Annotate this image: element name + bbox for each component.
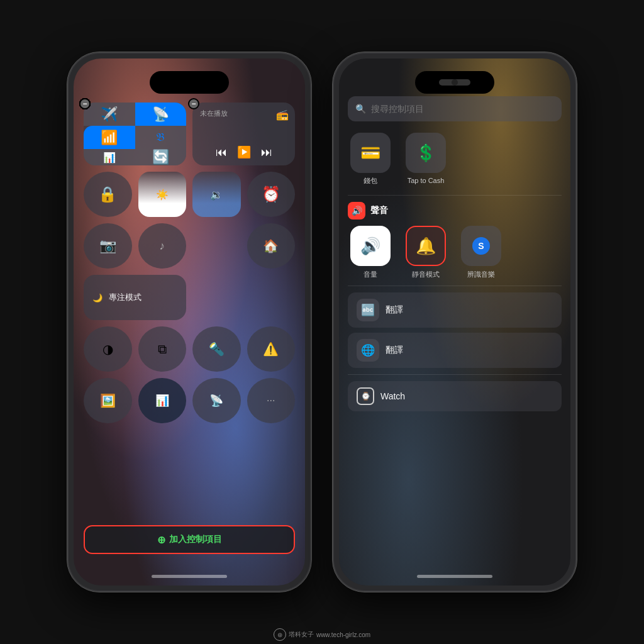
right-power-button[interactable]	[577, 178, 577, 222]
alarm[interactable]: − ⏰	[247, 172, 296, 217]
sound-section: 🔊 聲音 🔊 音量 🔔 靜音模式	[348, 202, 562, 279]
silent-label: 靜音模式	[412, 270, 440, 279]
divider-2	[348, 286, 562, 286]
right-screen: 🔍 💳 錢包 💲 Tap to Cash	[339, 58, 570, 586]
watermark-brand: 塔科女子	[289, 630, 314, 639]
scene: − ✈️ 📡 📶 𝔅 📊 🔄 − 📻 未在播放 ⏮ ▶️	[0, 0, 644, 644]
translate-label-1: 翻譯	[386, 304, 403, 316]
camera[interactable]: − 📷	[84, 223, 132, 269]
tap-cash-label: Tap to Cash	[408, 177, 445, 185]
wifi2-btn[interactable]: − 📡	[192, 378, 241, 423]
mirror-btn[interactable]: − ⧉	[138, 326, 187, 372]
next-track[interactable]: ⏭	[261, 146, 272, 159]
svg-text:S: S	[478, 241, 484, 251]
signal-btn[interactable]: − 📊	[138, 378, 187, 423]
wifi[interactable]: 📶	[84, 126, 135, 149]
watch-item[interactable]: ⌚ Watch	[348, 381, 562, 411]
right-notch	[415, 71, 494, 94]
left-phone: − ✈️ 📡 📶 𝔅 📊 🔄 − 📻 未在播放 ⏮ ▶️	[67, 52, 312, 592]
torch-btn[interactable]: − 🔦	[192, 326, 241, 372]
brightness[interactable]: − ☀️	[138, 172, 187, 217]
airdrop[interactable]: 📡	[135, 103, 187, 126]
wallet-label: 錢包	[364, 177, 377, 185]
volume-up-button[interactable]	[67, 165, 67, 194]
contrast-btn[interactable]: − ◑	[84, 326, 132, 372]
wallet-icon: 💳	[350, 133, 391, 173]
notch	[150, 71, 229, 94]
translate-icon-1: 🔤	[357, 299, 379, 321]
focus-block[interactable]: − 🌙 專注模式	[84, 275, 186, 320]
right-content: 🔍 💳 錢包 💲 Tap to Cash	[339, 96, 570, 411]
watermark-url: www.tech-girlz.com	[316, 631, 370, 638]
volume-item[interactable]: 🔊 音量	[348, 226, 393, 279]
dots-btn[interactable]: − ···	[247, 378, 296, 423]
volume-label: 音量	[364, 270, 377, 279]
divider-3	[348, 374, 562, 375]
bluetooth[interactable]: 𝔅	[135, 126, 187, 149]
right-phone: 🔍 💳 錢包 💲 Tap to Cash	[332, 52, 577, 592]
watch-icon: ⌚	[357, 387, 374, 405]
home-indicator-left	[152, 575, 227, 578]
focus-label: 專注模式	[109, 292, 142, 303]
moon-icon: 🌙	[92, 293, 103, 303]
translate-label-2: 翻譯	[386, 345, 403, 356]
power-button[interactable]	[311, 178, 312, 222]
sound-header: 🔊 聲音	[348, 202, 562, 219]
music-controls: ⏮ ▶️ ⏭	[200, 145, 287, 159]
add-icon: ⊕	[157, 534, 165, 546]
control-center-grid: − ✈️ 📡 📶 𝔅 📊 🔄 − 📻 未在播放 ⏮ ▶️	[84, 103, 295, 423]
add-control-button[interactable]: ⊕ 加入控制項目	[84, 525, 295, 554]
wallet-items-row: 💳 錢包 💲 Tap to Cash	[348, 133, 562, 185]
left-screen: − ✈️ 📡 📶 𝔅 📊 🔄 − 📻 未在播放 ⏮ ▶️	[74, 58, 305, 586]
airplane-mode[interactable]: ✈️	[84, 103, 135, 126]
home-control[interactable]: 🏠	[247, 223, 296, 269]
screen-lock[interactable]: − 🔒	[84, 172, 132, 217]
wallet-item[interactable]: 💳 錢包	[348, 133, 393, 185]
music-title: 未在播放	[200, 109, 228, 118]
search-input[interactable]	[371, 104, 554, 114]
home-indicator-right	[417, 575, 492, 578]
remove-dots[interactable]: −	[79, 98, 91, 109]
sound-header-text: 聲音	[370, 205, 388, 216]
watch-label: Watch	[380, 391, 405, 401]
right-volume-up-button[interactable]	[332, 165, 333, 194]
warn-btn[interactable]: − ⚠️	[247, 326, 296, 372]
add-label: 加入控制項目	[169, 534, 222, 545]
right-mute-button[interactable]	[332, 140, 333, 159]
right-volume-down-button[interactable]	[332, 200, 333, 228]
volume-control[interactable]: − 🔉	[192, 172, 241, 217]
img-btn[interactable]: − 🖼️	[84, 378, 132, 423]
music-block: − 📻 未在播放 ⏮ ▶️ ⏭	[192, 103, 295, 165]
tap-cash-item[interactable]: 💲 Tap to Cash	[403, 133, 448, 185]
shazam-icon: S	[461, 226, 501, 266]
rotation-lock[interactable]: 🔄	[135, 149, 187, 165]
search-bar[interactable]: 🔍	[348, 96, 562, 121]
mute-button[interactable]	[67, 140, 67, 159]
silent-item[interactable]: 🔔 靜音模式	[403, 226, 448, 279]
remove-music[interactable]: −	[188, 98, 199, 109]
volume-icon-box: 🔊	[350, 226, 391, 266]
shazam-item[interactable]: S 辨識音樂	[458, 226, 504, 279]
airplay-icon[interactable]: 📻	[276, 109, 289, 121]
tap-cash-icon: 💲	[406, 133, 446, 173]
translate-icon-2: 🌐	[357, 339, 379, 362]
record[interactable]: − ♪	[138, 223, 187, 269]
wallet-section: 💳 錢包 💲 Tap to Cash	[348, 133, 562, 185]
divider-1	[348, 195, 562, 196]
add-control-container: ⊕ 加入控制項目	[84, 525, 295, 554]
cellular[interactable]: 📊	[84, 149, 135, 165]
translate-row-2[interactable]: 🌐 翻譯	[348, 333, 562, 368]
silent-icon-box: 🔔	[406, 226, 446, 266]
shazam-label: 辨識音樂	[467, 270, 495, 279]
volume-down-button[interactable]	[67, 200, 67, 228]
play-pause[interactable]: ▶️	[237, 145, 251, 159]
translate-section: 🔤 翻譯 🌐 翻譯	[348, 292, 562, 368]
translate-row-1[interactable]: 🔤 翻譯	[348, 292, 562, 328]
sound-items-row: 🔊 音量 🔔 靜音模式	[348, 226, 562, 279]
sound-header-icon: 🔊	[348, 202, 365, 219]
watermark-logo: ⊛	[274, 628, 286, 641]
watermark: ⊛ 塔科女子 www.tech-girlz.com	[274, 628, 370, 641]
search-icon: 🔍	[355, 104, 366, 114]
connectivity-block: − ✈️ 📡 📶 𝔅 📊 🔄	[84, 103, 186, 165]
prev-track[interactable]: ⏮	[216, 146, 227, 159]
